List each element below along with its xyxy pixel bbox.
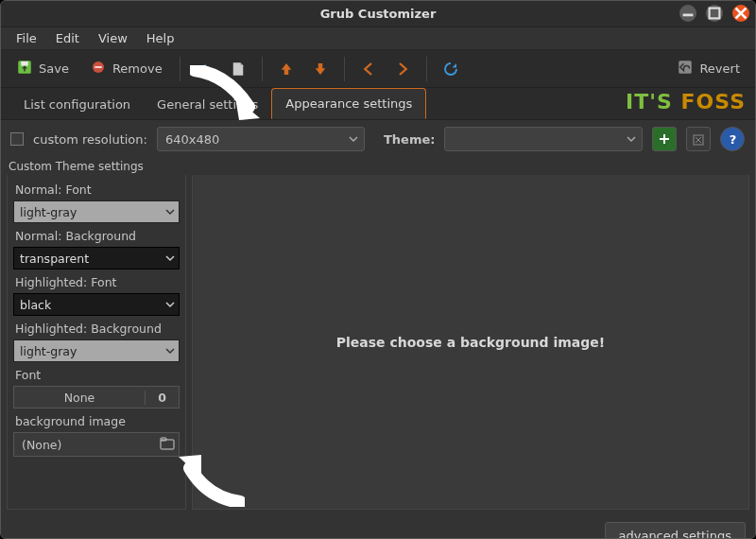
chevron-down-icon (165, 205, 175, 219)
custom-theme-section-title: Custom Theme settings (1, 158, 755, 175)
toolbar-separator (426, 57, 427, 81)
tab-appearance-settings[interactable]: Appearance settings (271, 88, 426, 119)
menu-file[interactable]: File (9, 29, 44, 47)
minimize-button[interactable] (679, 5, 696, 22)
theme-label: Theme: (384, 132, 436, 147)
remove-icon (90, 59, 107, 78)
prev-button[interactable] (354, 57, 383, 81)
background-image-chooser[interactable]: (None) (13, 432, 180, 457)
normal-font-label: Normal: Font (13, 179, 180, 199)
tab-list-configuration[interactable]: List configuration (10, 90, 144, 119)
folder-icon (160, 437, 175, 453)
appearance-body: Normal: Font light-gray Normal: Backgrou… (1, 175, 755, 513)
tab-general-settings[interactable]: General settings (144, 90, 271, 119)
title-bar: Grub Customizer (1, 1, 755, 27)
preview-placeholder: Please choose a background image! (336, 335, 605, 350)
custom-resolution-checkbox[interactable] (10, 132, 24, 146)
highlighted-bg-label: Highlighted: Background (13, 318, 180, 338)
appearance-options-row: custom resolution: 640x480 Theme: ? (1, 120, 755, 158)
advanced-settings-button[interactable]: advanced settings (605, 522, 747, 540)
menu-view[interactable]: View (91, 29, 135, 47)
tab-bar: List configuration General settings Appe… (1, 88, 755, 120)
save-icon (16, 59, 33, 78)
chevron-down-icon (349, 132, 358, 147)
back-button[interactable] (190, 57, 218, 81)
revert-icon (677, 59, 694, 78)
chevron-down-icon (165, 344, 175, 358)
menu-bar: File Edit View Help (1, 27, 755, 50)
toolbar-separator (344, 57, 345, 81)
normal-bg-select[interactable]: transparent (13, 247, 180, 270)
chevron-down-icon (165, 298, 175, 312)
window-title: Grub Customizer (320, 7, 437, 21)
highlighted-bg-select[interactable]: light-gray (13, 339, 180, 362)
move-down-button[interactable] (306, 57, 335, 81)
svg-rect-1 (710, 9, 720, 19)
custom-resolution-label: custom resolution: (33, 132, 147, 147)
theme-remove-button[interactable] (686, 127, 711, 151)
theme-add-button[interactable] (652, 127, 677, 151)
font-label: Font (13, 364, 180, 384)
toolbar-separator (262, 57, 263, 81)
window-controls (679, 5, 749, 22)
background-preview: Please choose a background image! (192, 175, 749, 510)
svg-rect-7 (94, 66, 102, 68)
new-entry-button[interactable] (224, 57, 252, 81)
background-image-label: background image (13, 410, 180, 430)
normal-bg-label: Normal: Background (13, 225, 180, 245)
remove-button[interactable]: Remove (82, 55, 170, 82)
move-up-button[interactable] (272, 57, 301, 81)
refresh-button[interactable] (437, 57, 465, 81)
menu-help[interactable]: Help (139, 29, 182, 47)
revert-button[interactable]: Revert (669, 55, 747, 82)
theme-settings-panel: Normal: Font light-gray Normal: Backgrou… (7, 175, 186, 510)
resolution-select[interactable]: 640x480 (157, 127, 365, 151)
menu-edit[interactable]: Edit (48, 29, 87, 47)
save-button[interactable]: Save (9, 55, 77, 82)
chevron-down-icon (627, 132, 636, 147)
help-button[interactable]: ? (720, 127, 745, 151)
next-button[interactable] (388, 57, 417, 81)
highlighted-font-select[interactable]: black (13, 293, 180, 316)
theme-select[interactable] (444, 127, 643, 151)
footer: advanced settings (1, 513, 755, 539)
brand-logo: IT'S FOSS (626, 90, 746, 113)
font-chooser[interactable]: None 0 (13, 386, 180, 409)
chevron-down-icon (165, 252, 175, 266)
normal-font-select[interactable]: light-gray (13, 200, 180, 223)
highlighted-font-label: Highlighted: Font (13, 271, 180, 291)
close-button[interactable] (732, 5, 749, 22)
maximize-button[interactable] (706, 5, 723, 22)
svg-rect-5 (21, 61, 28, 66)
toolbar: Save Remove (1, 50, 755, 88)
toolbar-separator (180, 57, 180, 81)
